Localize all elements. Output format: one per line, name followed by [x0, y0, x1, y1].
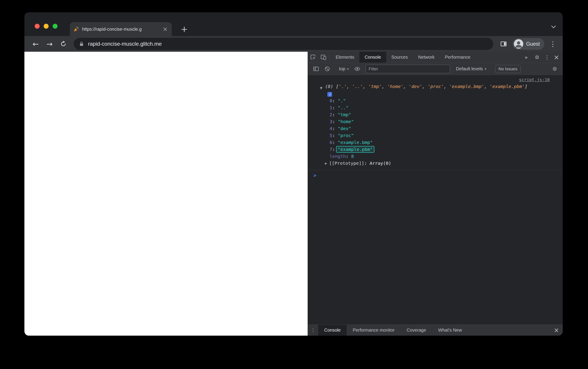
console-prompt[interactable]: > — [308, 170, 563, 176]
preview-string: '.' — [339, 84, 347, 89]
colon: : — [346, 154, 351, 159]
entry-index: 0 — [330, 98, 332, 103]
info-row: i — [327, 91, 557, 97]
console-sidebar-icon[interactable] — [311, 66, 321, 72]
array-entry-row-5: 5: "proc" — [330, 132, 557, 139]
fullscreen-window-button[interactable] — [53, 24, 58, 29]
colon: : — [364, 161, 370, 166]
console-source-link[interactable]: script.js:10 — [519, 77, 550, 82]
side-panel-icon[interactable] — [499, 38, 508, 50]
device-toolbar-icon[interactable] — [318, 52, 328, 63]
divider — [329, 54, 330, 61]
array-entry-row-2: 2: "tmp" — [330, 111, 557, 118]
avatar — [514, 39, 523, 49]
window-content: ElementsConsoleSourcesNetworkPerformance… — [24, 52, 563, 336]
console-message: script.js:10 ▼ (8) ['.', '..', 'tmp', 'h… — [308, 75, 563, 170]
drawer-tab-coverage[interactable]: Coverage — [401, 325, 432, 336]
new-tab-button[interactable]: + — [179, 22, 189, 36]
devtools-close-icon[interactable]: × — [552, 53, 561, 61]
entry-index: 7 — [330, 147, 332, 152]
entry-index: 2 — [330, 112, 332, 117]
drawer-menu-icon[interactable]: ⋮ — [308, 325, 318, 336]
party-popper-favicon-icon — [73, 26, 79, 32]
devtools-tab-console[interactable]: Console — [359, 52, 386, 63]
entry-index: 4 — [330, 126, 332, 131]
clear-console-icon[interactable] — [322, 66, 332, 72]
browser-menu-icon[interactable]: ⋮ — [549, 38, 557, 50]
browser-toolbar: ← → rapid-concise-muscle.glitch.me Guest — [24, 36, 563, 52]
preview-string: 'example.bmp' — [449, 84, 484, 89]
tab-close-icon[interactable]: × — [162, 26, 168, 32]
devtools-tab-network[interactable]: Network — [413, 52, 440, 63]
entry-value: ".." — [338, 105, 348, 110]
devtools-tabbar-actions: » ⋮ × — [521, 52, 563, 63]
entry-index: 5 — [330, 133, 332, 138]
reload-button[interactable] — [59, 38, 68, 50]
array-preview-items: ['.', '..', 'tmp', 'home', 'dev', 'proc'… — [333, 84, 527, 89]
array-entry-row-6: 6: "example.bmp" — [330, 139, 557, 146]
entry-index: 3 — [330, 119, 332, 124]
tab-overflow-chevron-icon[interactable] — [550, 23, 557, 29]
filter-input[interactable] — [366, 65, 450, 73]
bracket-close: ] — [525, 84, 527, 89]
window-controls — [35, 24, 58, 29]
entry-value: "dev" — [338, 126, 351, 131]
devtools-tab-sources[interactable]: Sources — [386, 52, 413, 63]
drawer-close-icon[interactable]: × — [550, 325, 563, 336]
colon: : — [332, 126, 338, 131]
devtools-menu-icon[interactable]: ⋮ — [543, 54, 551, 61]
inspect-element-icon[interactable] — [308, 52, 318, 63]
browser-window: https://rapid-concise-muscle.g × + ← → r… — [24, 12, 563, 336]
prototype-row[interactable]: ▶[[Prototype]]: Array(0) — [330, 160, 557, 167]
length-value: 8 — [351, 154, 354, 159]
separator: , — [484, 84, 490, 89]
profile-name: Guest — [526, 41, 540, 47]
profile-chip[interactable]: Guest — [513, 38, 544, 50]
devtools-tab-performance[interactable]: Performance — [440, 52, 476, 63]
drawer-tab-performance-monitor[interactable]: Performance monitor — [347, 325, 401, 336]
colon: : — [332, 112, 338, 117]
length-row: length: 8 — [330, 153, 557, 160]
separator: , — [422, 84, 428, 89]
preview-string: 'home' — [387, 84, 403, 89]
page-content[interactable] — [24, 52, 308, 336]
log-levels-selector[interactable]: Default levels ▾ — [454, 66, 489, 72]
context-selector[interactable]: top ▾ — [337, 66, 351, 72]
drawer-tab-console[interactable]: Console — [318, 325, 347, 336]
entry-value: "tmp" — [338, 112, 351, 117]
preview-string: 'tmp' — [368, 84, 382, 89]
devtools-tab-elements[interactable]: Elements — [331, 52, 359, 63]
expand-triangle-icon[interactable]: ▼ — [320, 85, 323, 92]
preview-string: 'example.pbm' — [490, 84, 525, 89]
live-expression-eye-icon[interactable] — [352, 66, 362, 72]
array-entry-row-3: 3: "home" — [330, 118, 557, 125]
array-rows: 0: "."1: ".."2: "tmp"3: "home"4: "dev"5:… — [330, 97, 557, 153]
context-label: top — [339, 66, 345, 72]
console-settings-gear-icon[interactable] — [550, 66, 559, 72]
address-bar[interactable]: rapid-concise-muscle.glitch.me — [74, 38, 493, 50]
devtools-tabs: ElementsConsoleSourcesNetworkPerformance — [331, 52, 476, 63]
entry-value: "proc" — [338, 133, 354, 138]
lock-icon[interactable] — [79, 41, 84, 47]
collapsed-triangle-icon[interactable]: ▶ — [325, 162, 327, 165]
array-count: (8) — [325, 84, 333, 89]
prototype-value: Array(0) — [370, 161, 391, 166]
close-window-button[interactable] — [35, 24, 40, 29]
array-entry-row-1: 1: ".." — [330, 104, 557, 111]
minimize-window-button[interactable] — [44, 24, 49, 29]
back-button[interactable]: ← — [31, 38, 41, 50]
console-toolbar: top ▾ Default levels ▾ No Issues — [308, 63, 563, 75]
more-panels-icon[interactable]: » — [521, 54, 531, 60]
issues-badge[interactable]: No Issues — [495, 65, 521, 73]
drawer-tab-what-s-new[interactable]: What's New — [432, 325, 468, 336]
settings-gear-icon[interactable] — [532, 54, 542, 60]
entry-value: "." — [338, 98, 346, 103]
colon: : — [332, 105, 338, 110]
separator: , — [347, 84, 352, 89]
entry-index: 6 — [330, 140, 332, 145]
console-output[interactable]: script.js:10 ▼ (8) ['.', '..', 'tmp', 'h… — [308, 75, 563, 324]
browser-tab[interactable]: https://rapid-concise-muscle.g × — [70, 22, 172, 36]
colon: : — [332, 133, 338, 138]
forward-button[interactable]: → — [45, 38, 54, 50]
drawer-tabs: ConsolePerformance monitorCoverageWhat's… — [318, 325, 468, 336]
